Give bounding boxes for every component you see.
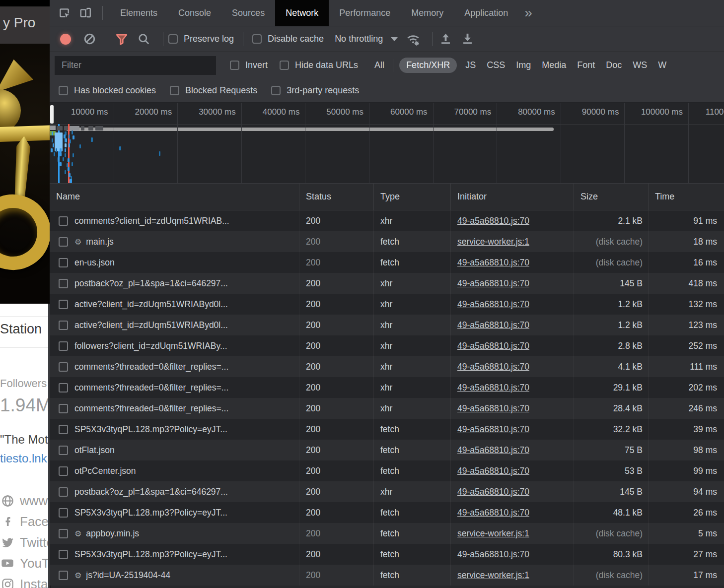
row-checkbox[interactable] <box>59 550 68 559</box>
filter-option-has-blocked-cookies[interactable]: Has blocked cookies <box>59 85 156 96</box>
table-row[interactable]: comments?threaded=0&filter_replies=...20… <box>50 377 724 398</box>
column-header-initiator[interactable]: Initiator <box>451 184 574 210</box>
table-row[interactable]: ⚙js?id=UA-2519404-44200fetchservice-work… <box>50 565 724 586</box>
column-header-status[interactable]: Status <box>299 184 374 210</box>
initiator-link[interactable]: 49-a5a68810.js:70 <box>457 383 529 393</box>
device-toolbar-icon[interactable] <box>76 4 94 22</box>
table-row[interactable]: comments?threaded=0&filter_replies=...20… <box>50 356 724 377</box>
initiator-link[interactable]: 49-a5a68810.js:70 <box>457 445 529 456</box>
column-header-time[interactable]: Time <box>649 184 724 210</box>
filter-option-blocked-requests[interactable]: Blocked Requests <box>170 85 257 96</box>
disable-cache-checkbox[interactable] <box>252 34 262 44</box>
3rd-party-requests-checkbox[interactable] <box>271 86 281 95</box>
row-checkbox[interactable] <box>59 237 68 247</box>
hide-data-urls-checkbox[interactable] <box>280 61 289 70</box>
table-row[interactable]: otFlat.json200fetch49-a5a68810.js:7075 B… <box>50 440 724 460</box>
initiator-link[interactable]: 49-a5a68810.js:70 <box>457 216 529 226</box>
clear-network-log-icon[interactable] <box>82 32 97 47</box>
record-network-log-button[interactable] <box>60 34 71 45</box>
initiator-link[interactable]: 49-a5a68810.js:70 <box>457 549 529 560</box>
column-header-name[interactable]: Name <box>50 184 299 210</box>
throttling-dropdown[interactable]: No throttling <box>335 34 398 44</box>
network-conditions-icon[interactable] <box>406 32 421 47</box>
filter-chip-all[interactable]: All <box>374 60 384 70</box>
table-row[interactable]: ⚙main.js200fetchservice-worker.js:1(disk… <box>50 231 724 252</box>
row-checkbox[interactable] <box>59 258 68 267</box>
tab-elements[interactable]: Elements <box>110 0 168 26</box>
has-blocked-cookies-checkbox[interactable] <box>59 86 68 95</box>
initiator-link[interactable]: 49-a5a68810.js:70 <box>457 403 529 414</box>
row-checkbox[interactable] <box>59 466 68 476</box>
row-checkbox[interactable] <box>59 362 68 372</box>
initiator-link[interactable]: 49-a5a68810.js:70 <box>457 466 529 476</box>
initiator-link[interactable]: 49-a5a68810.js:70 <box>457 278 529 289</box>
filter-toggle-icon[interactable] <box>114 32 129 47</box>
filter-option-3rd-party-requests[interactable]: 3rd-party requests <box>271 85 359 96</box>
social-link-instag[interactable]: Instag <box>0 574 50 588</box>
table-row[interactable]: active?client_id=zdUqm51WRIAByd0l...200x… <box>50 315 724 335</box>
profile-external-link[interactable]: tiesto.lnk <box>0 452 47 465</box>
initiator-link[interactable]: 49-a5a68810.js:70 <box>457 424 529 435</box>
initiator-link[interactable]: 49-a5a68810.js:70 <box>457 258 529 268</box>
table-row[interactable]: otPcCenter.json200fetch49-a5a68810.js:70… <box>50 460 724 481</box>
social-link-youtu[interactable]: YouTu <box>0 553 50 574</box>
table-row[interactable]: postback?oz_pl=1&spa=1&ci=646297...200xh… <box>50 481 724 502</box>
initiator-link[interactable]: service-worker.js:1 <box>457 528 529 539</box>
search-icon[interactable] <box>136 32 151 47</box>
initiator-link[interactable]: 49-a5a68810.js:70 <box>457 508 529 518</box>
column-header-size[interactable]: Size <box>574 184 649 210</box>
table-row[interactable]: SP5X3v3tyqPL.128.mp3?Policy=eyJT...200fe… <box>50 544 724 565</box>
initiator-link[interactable]: 49-a5a68810.js:70 <box>457 487 529 497</box>
preserve-log-checkbox[interactable] <box>168 34 178 44</box>
station-link[interactable]: Station <box>0 322 42 337</box>
site-pro-label[interactable]: y Pro <box>3 15 35 31</box>
filter-input[interactable] <box>55 56 216 75</box>
table-row[interactable]: postback?oz_pl=1&spa=1&ci=646297...200xh… <box>50 273 724 294</box>
filter-chip-ws[interactable]: WS <box>633 60 647 70</box>
inspect-element-icon[interactable] <box>56 4 73 22</box>
tab-sources[interactable]: Sources <box>221 0 275 26</box>
tab-performance[interactable]: Performance <box>329 0 401 26</box>
social-link-www-t[interactable]: www.t <box>0 490 50 511</box>
row-checkbox[interactable] <box>59 487 68 497</box>
row-checkbox[interactable] <box>59 571 68 580</box>
filter-chip-font[interactable]: Font <box>577 60 595 70</box>
network-overview-timeline[interactable]: 10000 ms20000 ms30000 ms40000 ms50000 ms… <box>50 103 724 184</box>
filter-chip-fetch-xhr[interactable]: Fetch/XHR <box>399 58 457 73</box>
table-row[interactable]: SP5X3v3tyqPL.128.mp3?Policy=eyJT...200fe… <box>50 419 724 440</box>
table-row[interactable]: ⚙appboy.min.js200fetchservice-worker.js:… <box>50 523 724 544</box>
preserve-log-option[interactable]: Preserve log <box>168 34 234 44</box>
initiator-link[interactable]: 49-a5a68810.js:70 <box>457 320 529 330</box>
row-checkbox[interactable] <box>59 216 68 226</box>
row-checkbox[interactable] <box>59 529 68 538</box>
invert-option[interactable]: Invert <box>230 60 268 70</box>
tab-console[interactable]: Console <box>168 0 221 26</box>
export-har-icon[interactable] <box>460 32 475 47</box>
table-row[interactable]: comments?client_id=zdUqm51WRIAB...200xhr… <box>50 210 724 231</box>
row-checkbox[interactable] <box>59 383 68 392</box>
initiator-link[interactable]: 49-a5a68810.js:70 <box>457 362 529 372</box>
disable-cache-option[interactable]: Disable cache <box>252 34 324 44</box>
hide-data-urls-option[interactable]: Hide data URLs <box>280 60 358 70</box>
initiator-link[interactable]: service-worker.js:1 <box>457 237 529 247</box>
initiator-link[interactable]: 49-a5a68810.js:70 <box>457 299 529 310</box>
tab-memory[interactable]: Memory <box>401 0 454 26</box>
filter-chip-img[interactable]: Img <box>516 60 531 70</box>
column-header-type[interactable]: Type <box>374 184 451 210</box>
blocked-requests-checkbox[interactable] <box>170 86 179 95</box>
tab-network[interactable]: Network <box>275 0 329 26</box>
filter-chip-media[interactable]: Media <box>542 60 566 70</box>
row-checkbox[interactable] <box>59 425 68 434</box>
row-checkbox[interactable] <box>59 321 68 330</box>
filter-chip-w[interactable]: W <box>658 60 666 70</box>
initiator-link[interactable]: service-worker.js:1 <box>457 570 529 581</box>
import-har-icon[interactable] <box>438 32 453 47</box>
row-checkbox[interactable] <box>59 300 68 309</box>
invert-checkbox[interactable] <box>230 61 239 70</box>
table-row[interactable]: SP5X3v3tyqPL.128.mp3?Policy=eyJT...200fe… <box>50 502 724 523</box>
initiator-link[interactable]: 49-a5a68810.js:70 <box>457 341 529 351</box>
row-checkbox[interactable] <box>59 404 68 413</box>
table-row[interactable]: followers?client_id=zdUqm51WRIABy...200x… <box>50 335 724 356</box>
tab-application[interactable]: Application <box>454 0 518 26</box>
row-checkbox[interactable] <box>59 508 68 518</box>
